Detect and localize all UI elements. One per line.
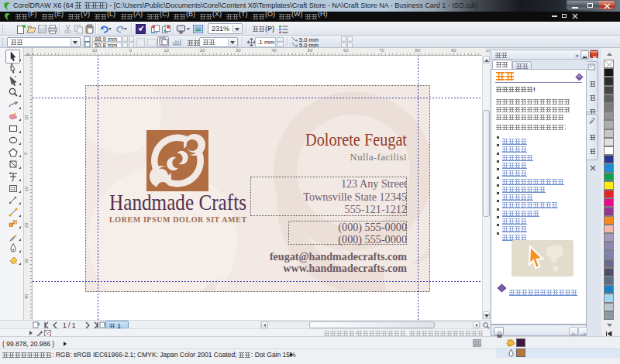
svg-text:?: ?	[591, 116, 595, 123]
